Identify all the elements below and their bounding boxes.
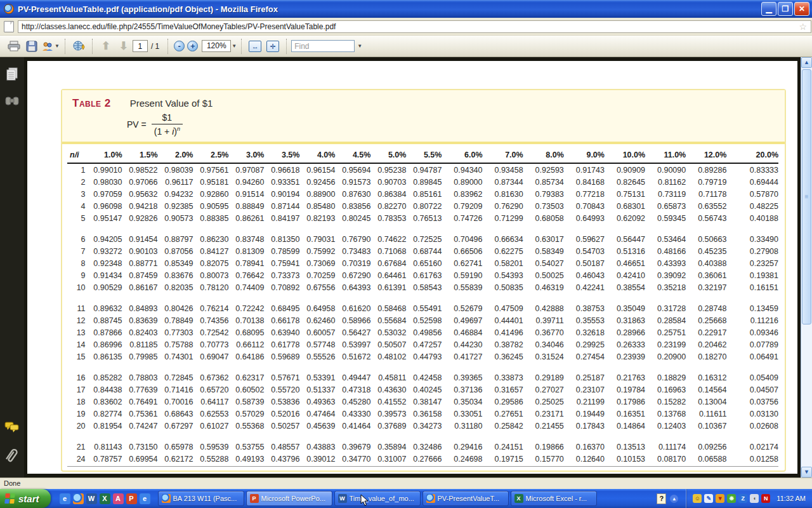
- scroll-thumb[interactable]: [802, 69, 811, 324]
- value-cell: 0.13459: [726, 293, 778, 314]
- task-button[interactable]: XMicrosoft Excel - r...: [511, 491, 597, 506]
- task-button[interactable]: BA 213 W11 (Pasc...: [158, 491, 244, 506]
- scroll-up-button[interactable]: ▲: [801, 57, 812, 68]
- value-cell: 0.76290: [483, 200, 523, 212]
- table-row: 210.811430.731500.659780.595390.537550.4…: [67, 432, 778, 453]
- find-input[interactable]: [291, 40, 355, 52]
- value-cell: 0.58468: [370, 293, 406, 314]
- zoom-level-select[interactable]: 120%: [202, 40, 231, 52]
- value-cell: 0.65720: [193, 384, 228, 396]
- task-buttons: BA 213 W11 (Pasc...PMicrosoft PowerPo...…: [158, 489, 653, 508]
- value-cell: 0.35218: [645, 281, 686, 293]
- period-cell: 19: [67, 408, 87, 420]
- task-label: Time_value_of_mo...: [350, 495, 414, 502]
- value-cell: 0.92826: [122, 212, 158, 224]
- collaborate-button[interactable]: ▼: [41, 38, 60, 55]
- value-cell: 0.90595: [193, 200, 228, 212]
- firefox-window: PV-PresentValueTable.pdf (application/pd…: [0, 0, 812, 508]
- value-cell: 0.68301: [605, 200, 645, 212]
- excel-icon[interactable]: X: [100, 493, 110, 504]
- value-cell: 0.48166: [645, 245, 686, 257]
- value-cell: 0.43330: [335, 408, 370, 420]
- value-cell: 0.96154: [299, 163, 335, 176]
- status-text: Done: [4, 479, 20, 487]
- minimize-button[interactable]: ▁: [761, 2, 776, 16]
- value-cell: 0.28748: [686, 293, 726, 314]
- volume-icon[interactable]: ◖: [750, 494, 759, 503]
- ie-icon[interactable]: e: [60, 493, 70, 504]
- tool-icon[interactable]: ✎: [704, 494, 713, 503]
- help-icon[interactable]: ?: [657, 493, 666, 504]
- value-cell: 0.68744: [406, 245, 442, 257]
- value-cell: 0.64993: [564, 212, 605, 224]
- messenger-icon[interactable]: ☺: [693, 494, 702, 503]
- page-count-label: / 1: [151, 42, 159, 51]
- taskbar: start eWXAPe BA 213 W11 (Pasc...PMicroso…: [0, 489, 812, 508]
- norton-icon[interactable]: N: [761, 494, 770, 503]
- page-number-input[interactable]: [133, 40, 148, 52]
- value-cell: 0.90529: [87, 281, 122, 293]
- value-cell: 0.47464: [299, 408, 335, 420]
- comments-panel-icon[interactable]: [4, 422, 20, 436]
- print-button[interactable]: [6, 38, 22, 55]
- scroll-down-button[interactable]: ▼: [801, 467, 812, 478]
- value-cell: 0.12640: [564, 453, 605, 467]
- zoom-in-button[interactable]: +: [187, 41, 198, 51]
- value-cell: 0.76491: [122, 396, 158, 408]
- url-input[interactable]: [18, 20, 811, 33]
- table-row: 130.878660.824030.773030.725420.680950.6…: [67, 326, 778, 338]
- task-button[interactable]: PMicrosoft PowerPo...: [246, 491, 332, 506]
- previous-page-button[interactable]: ⬆: [98, 38, 114, 55]
- start-button[interactable]: start: [0, 489, 51, 508]
- hide-icons-chevron-icon[interactable]: ▴: [670, 495, 678, 503]
- globe-doc-icon: [72, 41, 85, 52]
- value-cell: 0.58201: [483, 257, 523, 269]
- value-cell: 0.21763: [605, 363, 645, 384]
- windows-logo-icon: [4, 493, 16, 504]
- restore-button[interactable]: ❐: [778, 2, 793, 16]
- value-cell: 0.69444: [726, 176, 778, 188]
- value-cell: 0.66506: [442, 245, 482, 257]
- chevron-down-icon[interactable]: ▼: [232, 43, 237, 49]
- value-cell: 0.49447: [335, 363, 370, 384]
- access-icon[interactable]: A: [113, 493, 124, 504]
- fit-width-button[interactable]: ↔: [249, 41, 261, 52]
- column-header: 1.5%: [122, 147, 158, 163]
- word-icon[interactable]: W: [86, 493, 97, 504]
- green-icon[interactable]: ❋: [727, 494, 736, 503]
- value-cell: 0.66634: [483, 224, 523, 245]
- task-button[interactable]: PV-PresentValueT...: [422, 491, 509, 506]
- value-cell: 0.75131: [605, 188, 645, 200]
- next-page-button[interactable]: ⬇: [115, 38, 132, 55]
- task-button[interactable]: WTime_value_of_mo...: [334, 491, 421, 506]
- value-cell: 0.94218: [122, 200, 158, 212]
- value-cell: 0.22917: [686, 326, 726, 338]
- title-bar: PV-PresentValueTable.pdf (application/pd…: [0, 0, 812, 18]
- firefox-icon[interactable]: [73, 493, 84, 504]
- z-icon[interactable]: Z: [738, 494, 747, 503]
- attachments-panel-icon[interactable]: [6, 447, 18, 466]
- column-header: 2.5%: [193, 147, 228, 163]
- save-button[interactable]: [23, 38, 40, 55]
- shield-icon[interactable]: ▼: [716, 494, 724, 503]
- vertical-scrollbar[interactable]: ▲ ▼: [801, 57, 812, 478]
- scroll-track[interactable]: [801, 68, 812, 467]
- search-panel-icon[interactable]: [5, 95, 19, 109]
- taskbar-clock[interactable]: 11:32 AM: [776, 495, 806, 502]
- chevron-down-icon[interactable]: ▼: [357, 43, 362, 49]
- value-cell: 0.21455: [523, 420, 564, 432]
- ie2-icon[interactable]: e: [140, 493, 150, 504]
- value-cell: 0.70773: [193, 338, 228, 351]
- pages-panel-icon[interactable]: [6, 67, 18, 84]
- value-cell: 0.68643: [158, 408, 193, 420]
- bookmark-star-icon[interactable]: ☆: [799, 22, 807, 32]
- value-cell: 0.82193: [299, 212, 335, 224]
- zoom-out-button[interactable]: -: [174, 41, 185, 51]
- value-cell: 0.14564: [686, 384, 726, 396]
- share-button[interactable]: [70, 38, 87, 55]
- value-cell: 0.17843: [564, 420, 605, 432]
- powerpoint-icon[interactable]: P: [126, 493, 137, 504]
- close-button[interactable]: ✕: [794, 2, 809, 16]
- value-cell: 0.50835: [483, 281, 523, 293]
- fit-page-button[interactable]: ✛: [266, 41, 279, 52]
